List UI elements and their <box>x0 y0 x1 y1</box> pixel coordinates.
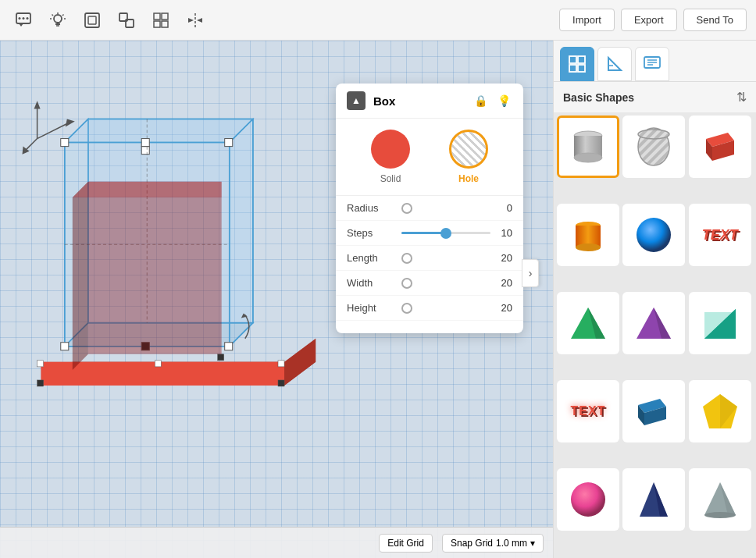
width-knob[interactable] <box>401 278 412 289</box>
svg-rect-21 <box>278 380 284 386</box>
svg-point-3 <box>27 17 29 20</box>
category-dropdown-arrow[interactable]: ⇅ <box>736 90 747 105</box>
prop-row-radius: Radius 0 <box>336 196 523 221</box>
svg-marker-46 <box>73 182 88 370</box>
import-btn[interactable]: Import <box>559 9 615 31</box>
svg-rect-48 <box>569 56 576 63</box>
group-tool-btn[interactable] <box>112 6 141 34</box>
grid-tab-icon <box>568 55 587 73</box>
steps-thumb[interactable] <box>440 228 451 239</box>
shape-item-pyramid-purple[interactable] <box>622 292 685 354</box>
svg-marker-42 <box>66 119 75 126</box>
svg-point-4 <box>54 15 62 23</box>
shape-item-cone-gray[interactable] <box>689 468 751 531</box>
export-btn[interactable]: Export <box>621 9 677 31</box>
pyramid-green-icon <box>566 301 610 345</box>
shape-item-gem-yellow[interactable] <box>689 380 751 442</box>
prism-blue-icon <box>632 478 676 521</box>
steps-track[interactable] <box>401 232 490 234</box>
height-control <box>401 303 490 314</box>
toolbar-action-buttons: Import Export Send To <box>559 9 747 31</box>
snap-grid-btn[interactable]: Snap Grid 1.0 mm ▾ <box>442 534 544 553</box>
shape-item-text-3d[interactable]: TEXT <box>689 204 751 266</box>
svg-marker-40 <box>34 101 41 108</box>
length-value: 20 <box>490 252 512 264</box>
svg-rect-22 <box>218 354 224 361</box>
height-knob[interactable] <box>401 303 412 314</box>
light-tool-btn[interactable] <box>44 6 72 34</box>
cube-red-icon <box>698 125 742 169</box>
height-label: Height <box>347 302 401 314</box>
steps-value: 10 <box>490 227 512 239</box>
cylinder-orange-icon <box>566 213 610 257</box>
shapes-grid: TEXT <box>554 112 756 558</box>
shape-item-cylinder-gray[interactable] <box>557 116 619 178</box>
prop-row-length: Length 20 <box>336 246 523 271</box>
right-sidebar: Basic Shapes ⇅ <box>553 41 756 558</box>
width-control <box>401 278 490 289</box>
panel-expand-arrow[interactable]: › <box>522 259 539 287</box>
shape-item-sphere-blue[interactable] <box>622 204 685 266</box>
svg-marker-26 <box>230 119 253 346</box>
send-to-btn[interactable]: Send To <box>683 9 747 31</box>
svg-rect-50 <box>569 65 576 72</box>
sphere-pink-icon <box>566 478 610 521</box>
width-value: 20 <box>490 277 512 289</box>
canvas-area[interactable]: ▲ Box 🔒 💡 Solid <box>0 41 553 558</box>
grid-tool-btn[interactable] <box>147 6 175 34</box>
shape-item-sphere-pink[interactable] <box>557 468 619 531</box>
shape-item-text-3d2[interactable]: TEXT <box>557 380 619 442</box>
radius-control <box>401 203 490 214</box>
shape-item-cylinder-orange[interactable] <box>557 204 619 266</box>
snap-dropdown-icon: ▾ <box>530 538 535 549</box>
svg-rect-9 <box>154 13 160 20</box>
shape-item-prism-blue[interactable] <box>622 468 685 531</box>
snap-grid-label: Snap Grid <box>451 538 493 549</box>
width-label: Width <box>347 277 401 289</box>
info-icon[interactable]: 💡 <box>495 92 512 109</box>
svg-rect-5 <box>85 13 99 27</box>
radius-value: 0 <box>490 202 512 214</box>
svg-rect-10 <box>162 13 168 20</box>
radius-knob[interactable] <box>401 203 412 214</box>
solid-option[interactable]: Solid <box>371 130 410 184</box>
toolbar-icons <box>9 6 209 34</box>
svg-rect-19 <box>278 361 284 367</box>
svg-point-63 <box>638 130 669 139</box>
shape-item-cube-red[interactable] <box>689 116 751 178</box>
shape-item-box-blue[interactable] <box>622 380 685 442</box>
shape-item-cylinder-stripe[interactable] <box>622 116 685 178</box>
shape-item-pyramid-green[interactable] <box>557 292 619 354</box>
svg-rect-29 <box>141 147 149 155</box>
hole-label: Hole <box>458 173 479 184</box>
cone-gray-icon <box>698 478 742 521</box>
shape-tool-btn[interactable] <box>78 6 106 34</box>
length-knob[interactable] <box>401 253 412 264</box>
prop-row-steps: Steps 10 <box>336 221 523 246</box>
svg-point-2 <box>23 17 25 20</box>
shape-item-wedge-teal[interactable] <box>689 292 751 354</box>
type-toggle: Solid Hole <box>336 119 523 196</box>
lock-icon[interactable]: 🔒 <box>472 92 489 109</box>
bottom-bar: Edit Grid Snap Grid 1.0 mm ▾ <box>0 527 553 558</box>
steps-label: Steps <box>347 227 401 239</box>
steps-control <box>401 232 490 234</box>
svg-rect-49 <box>578 56 585 63</box>
hole-option[interactable]: Hole <box>449 130 488 184</box>
height-value: 20 <box>490 302 512 314</box>
svg-rect-33 <box>61 139 69 147</box>
svg-rect-34 <box>225 139 233 147</box>
panel-collapse-btn[interactable]: ▲ <box>347 91 366 110</box>
tab-grid[interactable] <box>560 47 594 81</box>
mirror-tool-btn[interactable] <box>181 6 209 34</box>
svg-line-41 <box>37 123 69 138</box>
svg-marker-16 <box>284 339 316 386</box>
svg-rect-6 <box>88 16 96 24</box>
tab-chat[interactable] <box>635 47 669 81</box>
comment-tool-btn[interactable] <box>9 6 37 34</box>
edit-grid-btn[interactable]: Edit Grid <box>379 534 433 553</box>
svg-rect-38 <box>141 139 149 147</box>
tab-angle[interactable] <box>597 47 632 81</box>
svg-rect-12 <box>162 21 168 27</box>
length-label: Length <box>347 252 401 264</box>
